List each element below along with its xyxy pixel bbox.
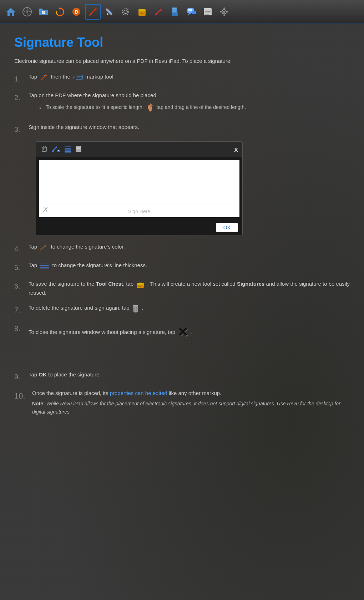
- svg-rect-77: [77, 146, 80, 148]
- svg-marker-39: [188, 13, 191, 15]
- svg-rect-86: [139, 282, 142, 284]
- svg-rect-53: [227, 11, 228, 12]
- step-10-text-after: like any other markup.: [169, 390, 222, 396]
- gear-icon[interactable]: [118, 4, 133, 20]
- toolbar: D: [0, 0, 364, 24]
- color-pen-icon[interactable]: [151, 4, 166, 20]
- sig-save-icon[interactable]: [75, 145, 82, 154]
- step-2-sub-bullet: • To scale the signature to fit a specif…: [39, 102, 350, 114]
- step-1: 1. Tap then the x: [14, 72, 350, 85]
- markup-arrow-icon[interactable]: [85, 4, 101, 20]
- big-x-inline-icon: ✕: [177, 322, 188, 343]
- step-5-text-after: to change the signature's line thickness…: [52, 262, 147, 268]
- toolchest-icon[interactable]: [134, 4, 150, 20]
- signature-dialog: 5: [36, 141, 243, 235]
- home-icon[interactable]: [3, 4, 19, 20]
- svg-line-78: [41, 245, 46, 250]
- svg-text:D: D: [75, 9, 78, 15]
- step-3-content: Sign inside the signature window that ap…: [29, 123, 350, 131]
- sig-baseline: [42, 205, 236, 205]
- step-8-text-after: .: [190, 329, 192, 335]
- step-4-content: Tap to change the signature's color.: [29, 242, 350, 251]
- svg-rect-61: [42, 147, 46, 151]
- sig-ok-button[interactable]: OK: [216, 223, 238, 232]
- bookmark-icon[interactable]: D: [69, 4, 84, 20]
- step-6: 6. To save the signature to the Tool Che…: [14, 280, 350, 297]
- sig-dialog-box: 5: [36, 141, 243, 235]
- sig-placeholder-text: Sign Here: [128, 209, 150, 214]
- svg-marker-21: [107, 13, 109, 15]
- step-2-number: 2.: [14, 91, 29, 103]
- step-10: 10. Once the signature is placed, its pr…: [14, 389, 350, 416]
- step-4-number: 4.: [14, 242, 29, 255]
- finger-gesture-icon: [146, 102, 155, 112]
- speech-bubble-icon[interactable]: [183, 4, 199, 20]
- step-10-number: 10.: [14, 389, 32, 402]
- step-2: 2. Tap on the PDF where the signature sh…: [14, 91, 350, 116]
- step-2-text: Tap on the PDF where the signature shoul…: [29, 92, 158, 98]
- step-6-number: 6.: [14, 280, 29, 292]
- page-title: Signature Tool: [14, 35, 350, 50]
- step-5-text-before: Tap: [29, 262, 39, 268]
- step-8: 8. To close the signature window without…: [14, 322, 350, 343]
- settings2-icon[interactable]: [216, 4, 232, 20]
- svg-point-2: [26, 11, 28, 12]
- refresh-icon[interactable]: [52, 4, 68, 20]
- markup-arrow-inline-icon: [39, 72, 49, 82]
- step-6-content: To save the signature to the Tool Chest,…: [29, 280, 350, 297]
- list-icon[interactable]: [200, 4, 216, 20]
- sig-drawing-area[interactable]: X Sign Here: [39, 160, 239, 217]
- svg-rect-50: [224, 8, 225, 9]
- step-3: 3. Sign inside the signature window that…: [14, 123, 350, 135]
- svg-rect-34: [172, 12, 178, 16]
- svg-point-49: [223, 11, 225, 13]
- step-1-number: 1.: [14, 72, 29, 85]
- step-5-content: Tap to change the signature's line thick…: [29, 261, 350, 270]
- sig-markup-inline-icon: x: [72, 72, 83, 81]
- step-10-link[interactable]: properties can be edited: [110, 390, 167, 396]
- svg-rect-58: [76, 75, 82, 79]
- svg-rect-28: [141, 13, 143, 14]
- step-4-text-after: to change the signature's color.: [51, 244, 125, 250]
- sig-dialog-header: 5: [36, 142, 242, 157]
- svg-marker-8: [26, 12, 28, 15]
- sig-trash-icon[interactable]: [40, 145, 48, 154]
- svg-rect-9: [39, 9, 42, 10]
- step-7: 7. To delete the signature and sign agai…: [14, 304, 350, 316]
- svg-text:5: 5: [58, 150, 60, 152]
- intro-text: Electronic signatures can be placed anyw…: [14, 57, 350, 65]
- step-8-number: 8.: [14, 322, 29, 334]
- step-1-content: Tap then the x: [29, 72, 350, 82]
- sig-thickness-icon[interactable]: [64, 145, 72, 154]
- step-9-text-before: Tap OK to place the signature.: [29, 371, 101, 378]
- pencil-tool-icon[interactable]: [101, 4, 117, 20]
- step-4: 4. Tap to change the signature's color.: [14, 242, 350, 255]
- trash-inline-icon: [132, 304, 140, 313]
- step-5: 5. Tap to change the signature's line th…: [14, 261, 350, 273]
- step-3-number: 3.: [14, 123, 29, 135]
- sig-close-button[interactable]: x: [234, 145, 238, 154]
- step-7-text-after: .: [142, 305, 143, 311]
- step-7-number: 7.: [14, 304, 29, 316]
- step-1-text-after: markup tool.: [85, 74, 115, 80]
- svg-rect-40: [192, 11, 196, 14]
- document-icon[interactable]: [167, 4, 183, 20]
- step-10-note: Note: While Revu iPad allows for the pla…: [32, 400, 350, 416]
- svg-marker-7: [26, 9, 28, 11]
- step-5-number: 5.: [14, 261, 29, 273]
- svg-text:x: x: [72, 75, 75, 80]
- sig-x-marker: X: [43, 205, 48, 214]
- svg-rect-63: [43, 146, 45, 147]
- folder-icon[interactable]: [36, 4, 51, 20]
- step-1-text-then: then the: [51, 74, 72, 80]
- step-10-text-before: Once the signature is placed, its: [32, 390, 110, 396]
- svg-point-23: [124, 10, 127, 14]
- compass-icon[interactable]: [19, 4, 35, 20]
- step-10-content: Once the signature is placed, its proper…: [32, 389, 350, 416]
- svg-rect-52: [220, 11, 222, 12]
- toolchest-inline-icon: [136, 280, 145, 289]
- sig-color-pen-icon[interactable]: 5: [51, 145, 61, 154]
- step-8-content: To close the signature window without pl…: [29, 322, 350, 343]
- svg-rect-51: [224, 14, 225, 16]
- step-1-text-before: Tap: [29, 74, 39, 80]
